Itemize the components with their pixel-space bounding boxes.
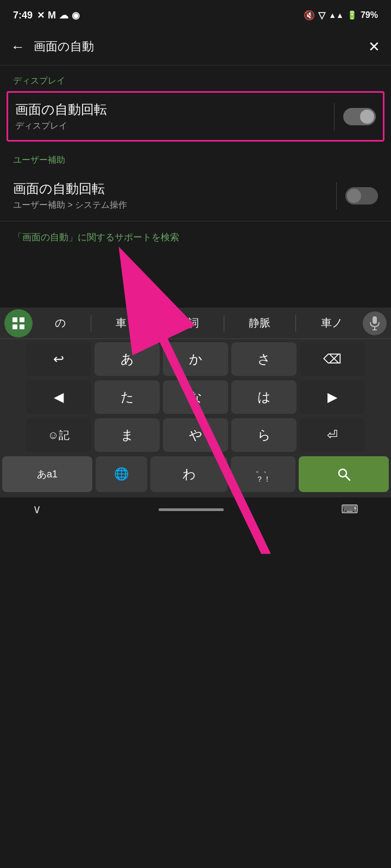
key-punct[interactable]: 。、？！ [231, 456, 295, 492]
support-search-link[interactable]: 「画面の自動」に関するサポートを検索 [0, 221, 391, 253]
suggestion-meishi[interactable]: 名詞 [171, 311, 205, 335]
svg-line-10 [345, 476, 350, 480]
section-label-accessibility: ユーザー補助 [0, 145, 391, 170]
key-ka[interactable]: か [163, 342, 228, 376]
key-sa[interactable]: さ [231, 342, 297, 376]
keyboard-bottom-row: あa1 🌐 わ 。、？！ [2, 456, 389, 492]
setting-subtitle-2: ユーザー補助 > システム操作 [13, 200, 327, 211]
keyboard-row-2: ◀ た な は ▶ [2, 380, 389, 414]
keyboard: ↩ あ か さ ⌫ ◀ た な は ▶ ☺記 ま や ら ⏎ あa1 🌐 わ 。… [0, 339, 391, 497]
keyboard-row-3: ☺記 ま や ら ⏎ [2, 418, 389, 452]
svg-rect-2 [12, 317, 17, 322]
grid-button[interactable] [4, 309, 33, 337]
key-lang-switch[interactable]: あa1 [2, 456, 92, 492]
key-na[interactable]: な [163, 380, 228, 414]
status-time: 7:49 ✕ M ☁ ◉ [13, 10, 80, 21]
suggestion-list: の 車 名詞 静脈 車ノ [35, 311, 363, 335]
svg-rect-3 [20, 317, 24, 322]
key-globe[interactable]: 🌐 [96, 456, 147, 492]
search-bar: ← 画面の自動 ✕ [0, 28, 391, 65]
toggle-display-rotation[interactable] [343, 108, 376, 125]
key-wa[interactable]: わ [150, 456, 228, 492]
key-search[interactable] [299, 456, 389, 492]
close-button[interactable]: ✕ [368, 39, 380, 55]
back-button[interactable]: ← [11, 39, 25, 55]
key-left[interactable]: ◀ [26, 380, 91, 414]
key-emoji-kigo[interactable]: ☺記 [26, 418, 91, 452]
empty-space [0, 253, 391, 308]
separator [334, 103, 335, 130]
setting-subtitle: ディスプレイ [15, 120, 325, 132]
separator-2 [336, 182, 337, 209]
key-ya[interactable]: や [163, 418, 228, 452]
suggestion-jomyaku[interactable]: 静脈 [242, 311, 277, 335]
setting-item-accessibility-rotation[interactable]: 画面の自動回転 ユーザー補助 > システム操作 [0, 170, 391, 221]
key-ra[interactable]: ら [231, 418, 297, 452]
key-backspace[interactable]: ⌫ [300, 342, 365, 376]
key-enter[interactable]: ⏎ [300, 418, 365, 452]
battery-percent: 79% [361, 10, 378, 20]
toggle-accessibility-rotation[interactable] [345, 187, 378, 205]
nav-bar: ∨ ⌨ [0, 497, 391, 526]
key-ta[interactable]: た [94, 380, 160, 414]
toggle-knob-2 [347, 189, 361, 203]
status-app-icons: ✕ M ☁ ◉ [37, 10, 80, 21]
search-query: 画面の自動 [34, 39, 360, 55]
keyboard-suggestions: の 車 名詞 静脈 車ノ [0, 308, 391, 339]
keyboard-icon[interactable]: ⌨ [341, 502, 358, 516]
nav-down-arrow[interactable]: ∨ [33, 502, 41, 516]
svg-rect-4 [12, 324, 17, 329]
key-ma[interactable]: ま [94, 418, 160, 452]
svg-rect-6 [373, 316, 377, 324]
setting-title-2: 画面の自動回転 [13, 180, 327, 197]
setting-title: 画面の自動回転 [15, 101, 325, 118]
grid-icon [11, 316, 26, 331]
suggestion-kuruma[interactable]: 車 [109, 311, 133, 335]
toggle-knob [360, 110, 374, 124]
mic-button[interactable] [363, 311, 387, 335]
setting-text-2: 画面の自動回転 ユーザー補助 > システム操作 [13, 180, 327, 211]
key-a[interactable]: あ [94, 342, 160, 376]
svg-rect-5 [20, 324, 24, 329]
setting-text: 画面の自動回転 ディスプレイ [15, 101, 325, 132]
home-indicator [159, 508, 224, 511]
setting-item-display-rotation[interactable]: 画面の自動回転 ディスプレイ [7, 91, 384, 142]
keyboard-row-1: ↩ あ か さ ⌫ [2, 342, 389, 376]
mic-icon [369, 316, 381, 331]
status-bar: 7:49 ✕ M ☁ ◉ 🔇 ▽ ▲▲ 🔋 79% [0, 0, 391, 28]
suggestion-no[interactable]: の [48, 311, 72, 335]
section-label-display: ディスプレイ [0, 66, 391, 91]
search-icon [336, 467, 351, 482]
key-undo[interactable]: ↩ [26, 342, 91, 376]
status-indicators: 🔇 ▽ ▲▲ 🔋 79% [304, 10, 378, 21]
content-area: ディスプレイ 画面の自動回転 ディスプレイ ユーザー補助 画面の自動回転 ユーザ… [0, 66, 391, 253]
suggestion-kuruma2[interactable]: 車ノ [314, 311, 349, 335]
key-right[interactable]: ▶ [300, 380, 365, 414]
key-ha[interactable]: は [231, 380, 297, 414]
